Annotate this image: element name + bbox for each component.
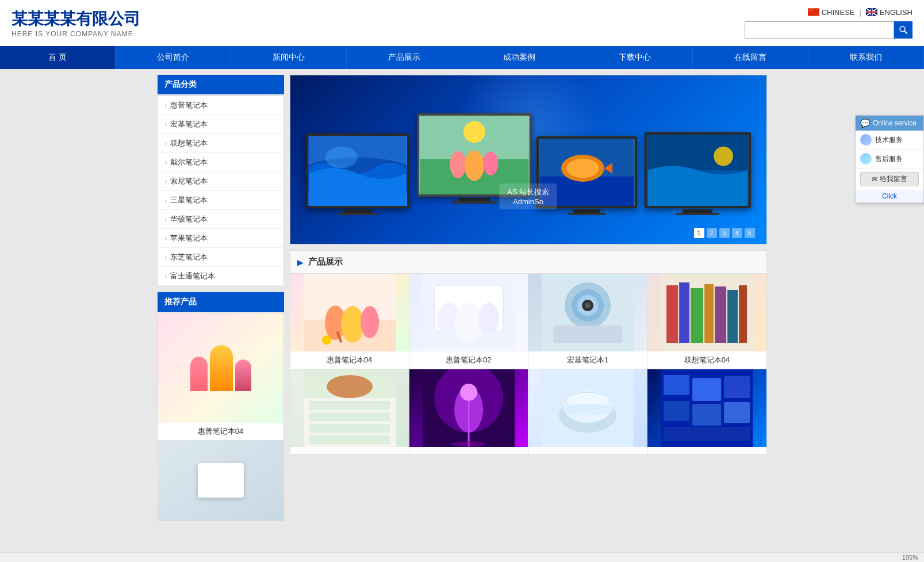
product-card-6 — [528, 369, 647, 454]
search-button[interactable] — [894, 21, 913, 39]
svg-rect-82 — [692, 404, 721, 426]
product-img-placeholder-1 — [409, 274, 528, 351]
product-name-3[interactable]: 联想笔记本04 — [682, 351, 732, 369]
product-img-svg-0 — [290, 274, 409, 351]
svg-rect-52 — [666, 285, 678, 343]
svg-point-31 — [714, 147, 733, 166]
tv-display — [290, 75, 766, 244]
svg-point-76 — [562, 404, 614, 415]
nav-item-home[interactable]: 首 页 — [0, 46, 116, 69]
sidebar-item-fujitsu[interactable]: › 富士通笔记本 — [158, 267, 283, 286]
product-img-svg-5 — [409, 369, 528, 447]
banner-slider: AS 站长搜索 AdminSo 1 2 3 4 5 — [290, 75, 767, 244]
products-section: ▶ 产品展示 — [290, 250, 767, 454]
sidebar-item-toshiba[interactable]: › 东芝笔记本 — [158, 248, 283, 267]
english-lang-link[interactable]: ENGLISH — [866, 8, 913, 17]
nav-item-cases[interactable]: 成功案例 — [462, 46, 578, 69]
company-name: 某某某某有限公司 — [11, 8, 140, 30]
product-name-0[interactable]: 惠普笔记本04 — [324, 351, 374, 369]
products-section-title: 产品展示 — [308, 257, 343, 267]
arrow-icon-3: › — [165, 159, 167, 166]
svg-rect-0 — [808, 8, 819, 16]
sidebar-item-asus[interactable]: › 华硕笔记本 — [158, 210, 283, 229]
banner-dot-2[interactable]: 2 — [707, 228, 717, 238]
svg-point-35 — [341, 306, 364, 343]
sidebar-item-dell[interactable]: › 戴尔笔记本 — [158, 153, 283, 172]
arrow-icon-1: › — [165, 121, 167, 128]
tv-frame-1 — [306, 133, 409, 208]
products-section-header: ▶ 产品展示 — [290, 251, 766, 274]
nav-item-download[interactable]: 下载中心 — [577, 46, 693, 69]
product-img-2 — [528, 274, 647, 351]
banner-dots: 1 2 3 4 5 — [694, 228, 755, 238]
svg-point-65 — [327, 375, 373, 398]
category-list: › 惠普笔记本 › 宏基笔记本 › 联想笔记本 › 戴尔笔记本 › 索尼笔记本 … — [158, 95, 284, 286]
nav-item-message[interactable]: 在线留言 — [693, 46, 808, 69]
product-img-placeholder-5 — [409, 369, 528, 447]
page-header: 某某某某有限公司 HERE IS YOUR COMPANY NAME CHINE… — [0, 0, 924, 46]
tech-service-avatar — [860, 134, 872, 146]
svg-point-20 — [463, 121, 485, 143]
svg-point-42 — [454, 303, 483, 343]
arrow-icon-7: › — [165, 235, 167, 242]
product-img-svg-2 — [528, 274, 647, 351]
svg-point-13 — [900, 26, 905, 32]
product-img-5 — [409, 369, 528, 447]
product-card-0: 惠普笔记本04 — [290, 274, 409, 369]
svg-rect-53 — [679, 282, 689, 343]
nav-item-about[interactable]: 公司简介 — [116, 46, 231, 69]
product-name-1[interactable]: 惠普笔记本02 — [443, 351, 493, 369]
nav-item-news[interactable]: 新闻中心 — [231, 46, 347, 69]
svg-point-38 — [322, 335, 331, 345]
banner-dot-1[interactable]: 1 — [694, 228, 704, 238]
message-button[interactable]: ✉ 给我留言 — [860, 172, 919, 186]
tech-service-label: 技术服务 — [875, 135, 903, 145]
click-label[interactable]: Click — [856, 190, 923, 202]
nav-item-products[interactable]: 产品展示 — [347, 46, 462, 69]
sidebar-item-lenovo[interactable]: › 联想笔记本 — [158, 134, 283, 153]
sidebar-item-apple[interactable]: › 苹果笔记本 — [158, 229, 283, 248]
svg-rect-30 — [647, 135, 747, 170]
tech-service-item[interactable]: 技术服务 — [856, 131, 923, 150]
content-area: AS 站长搜索 AdminSo 1 2 3 4 5 ▶ 产品展示 — [290, 75, 767, 527]
svg-point-36 — [361, 306, 379, 338]
product-img-placeholder-4 — [290, 369, 409, 447]
banner-dot-3[interactable]: 3 — [719, 228, 730, 238]
product-grid: 惠普笔记本04 — [290, 274, 766, 454]
svg-rect-61 — [309, 401, 390, 410]
recommended-list: 惠普笔记本04 — [158, 313, 284, 521]
sidebar-item-hp[interactable]: › 惠普笔记本 — [158, 96, 283, 115]
msg-icon: ✉ — [872, 175, 877, 183]
online-service-panel: 💬 Online service 技术服务 售后服务 ✉ 给我留言 Click — [855, 115, 924, 203]
svg-rect-63 — [309, 424, 390, 433]
svg-point-21 — [450, 151, 466, 178]
sidebar-item-acer[interactable]: › 宏基笔记本 — [158, 115, 283, 134]
sidebar-item-samsung[interactable]: › 三星笔记本 — [158, 191, 283, 210]
product-card-5 — [409, 369, 528, 454]
arrow-icon-5: › — [165, 197, 167, 204]
svg-rect-81 — [664, 401, 689, 421]
product-img-placeholder-7 — [647, 369, 766, 447]
nav-item-contact[interactable]: 联系我们 — [808, 46, 924, 69]
after-service-item[interactable]: 售后服务 — [856, 150, 923, 169]
product-name-7 — [704, 447, 709, 454]
recommended-product-thumb-2[interactable] — [158, 440, 283, 521]
svg-rect-64 — [309, 435, 390, 444]
banner-dot-5[interactable]: 5 — [745, 228, 755, 238]
product-name-2[interactable]: 宏基笔记本1 — [565, 351, 611, 369]
product-name-4 — [347, 447, 352, 454]
svg-line-14 — [904, 31, 907, 34]
product-img-placeholder-0 — [290, 274, 409, 351]
svg-rect-83 — [724, 402, 750, 423]
svg-point-22 — [464, 150, 484, 181]
product-img-4 — [290, 369, 409, 447]
search-input[interactable] — [745, 21, 894, 39]
product-card-2: 宏基笔记本1 — [528, 274, 647, 369]
banner-dot-4[interactable]: 4 — [732, 228, 742, 238]
header-right: CHINESE | ENGLISH — [745, 8, 913, 39]
recommended-product-thumb-1[interactable] — [158, 314, 283, 423]
product-card-7 — [647, 369, 766, 454]
tv-left-large — [306, 133, 409, 215]
chinese-lang-link[interactable]: CHINESE — [808, 8, 855, 17]
sidebar-item-sony[interactable]: › 索尼笔记本 — [158, 172, 283, 191]
